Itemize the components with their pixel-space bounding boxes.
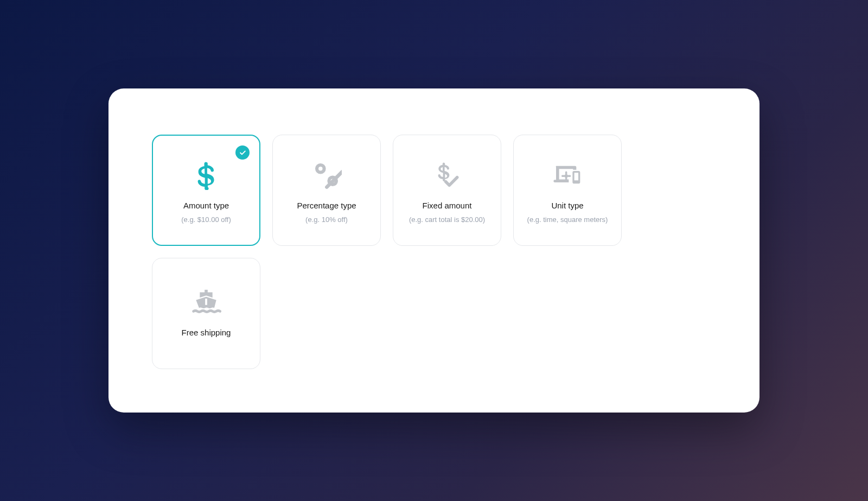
devices-icon <box>552 157 583 192</box>
option-subtitle: (e.g. time, square meters) <box>527 215 608 224</box>
option-title: Unit type <box>551 201 583 210</box>
option-percentage-type[interactable]: Percentage type (e.g. 10% off) <box>272 135 381 246</box>
check-icon <box>235 145 250 160</box>
dollar-check-icon <box>432 157 462 192</box>
option-title: Fixed amount <box>423 201 472 210</box>
option-amount-type[interactable]: Amount type (e.g. $10.00 off) <box>152 135 260 246</box>
ship-icon <box>191 284 221 319</box>
option-subtitle: (e.g. $10.00 off) <box>181 215 231 224</box>
options-grid: Amount type (e.g. $10.00 off) Percentage… <box>152 135 716 369</box>
discount-type-panel: Amount type (e.g. $10.00 off) Percentage… <box>108 88 760 413</box>
svg-point-1 <box>318 167 322 170</box>
option-unit-type[interactable]: Unit type (e.g. time, square meters) <box>513 135 622 246</box>
percent-icon <box>311 157 342 192</box>
option-title: Free shipping <box>182 328 231 337</box>
dollar-icon <box>191 157 221 192</box>
option-title: Amount type <box>183 201 229 210</box>
svg-rect-8 <box>205 290 208 293</box>
option-subtitle: (e.g. cart total is $20.00) <box>409 215 485 224</box>
svg-rect-9 <box>205 299 207 305</box>
option-subtitle: (e.g. 10% off) <box>305 215 348 224</box>
option-fixed-amount[interactable]: Fixed amount (e.g. cart total is $20.00) <box>393 135 501 246</box>
option-title: Percentage type <box>297 201 356 210</box>
svg-rect-4 <box>324 169 342 189</box>
svg-rect-6 <box>575 173 578 180</box>
option-free-shipping[interactable]: Free shipping <box>152 258 260 369</box>
